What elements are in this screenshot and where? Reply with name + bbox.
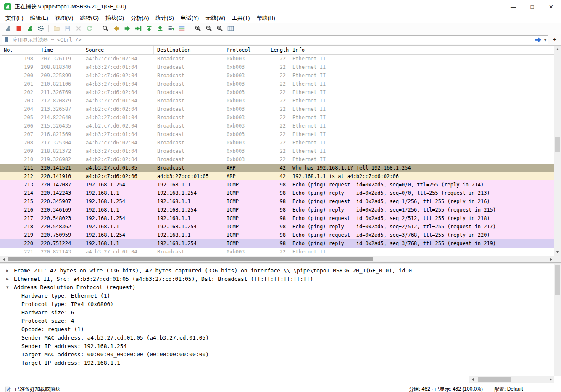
detail-line[interactable]: Hardware size: 6 [0, 308, 469, 317]
detail-line[interactable]: ▸ Ethernet II, Src: a4:b3:27:cd:01:05 (a… [0, 275, 469, 283]
hex-row[interactable]: 0000 ff ff ff ff ff ff a [469, 267, 561, 274]
packet-row[interactable]: 208 217.325304 a4:b2:c7:d6:02:04 Broadca… [0, 139, 555, 147]
packet-row[interactable]: 217 220.548023 192.168.1.254 192.168.1.1… [0, 214, 555, 222]
hex-row[interactable]: 0010 08 00 06 04 00 01 a [469, 274, 561, 282]
expand-arrow-icon[interactable]: ▸ [6, 267, 14, 275]
packet-row[interactable]: 205 214.822640 a4:b3:27:cd:01:04 Broadca… [0, 113, 555, 122]
filter-bookmark-icon[interactable] [4, 37, 10, 43]
menu-item[interactable]: 帮助(H) [253, 13, 279, 23]
close-button[interactable]: ✕ [542, 0, 561, 13]
forward-icon[interactable] [122, 24, 132, 34]
apply-filter-icon[interactable] [535, 37, 542, 43]
menu-item[interactable]: 跳转(G) [76, 13, 102, 23]
maximize-button[interactable]: □ [523, 0, 542, 13]
packet-row[interactable]: 221 220.821143 a4:b3:27:cd:01:04 Broadca… [0, 248, 555, 256]
packet-row[interactable]: 202 211.326769 a4:b2:c7:d6:02:04 Broadca… [0, 88, 555, 97]
packet-row[interactable]: 215 220.345907 192.168.1.254 192.168.1.1… [0, 197, 555, 206]
zoom-out-icon[interactable] [204, 24, 213, 34]
hex-vscroll-thumb[interactable] [555, 265, 560, 295]
packet-row[interactable]: 211 220.141521 a4:b3:27:cd:01:05 Broadca… [0, 164, 555, 172]
back-icon[interactable] [111, 24, 121, 34]
column-header[interactable]: Protocol [223, 46, 267, 54]
hex-vscrollbar[interactable] [554, 264, 561, 376]
start-capture-icon[interactable] [3, 24, 13, 34]
packet-row[interactable]: 199 208.818340 a4:b3:27:cd:01:04 Broadca… [0, 63, 555, 71]
column-header[interactable]: Source [82, 46, 154, 54]
menu-item[interactable]: 无线(W) [202, 13, 229, 23]
column-header[interactable]: Info [289, 46, 555, 54]
capture-options-icon[interactable] [36, 24, 45, 34]
packet-row[interactable]: 201 210.821106 a4:b3:27:cd:01:04 Broadca… [0, 80, 555, 88]
detail-line[interactable]: Hardware type: Ethernet (1) [0, 292, 469, 300]
filter-dropdown-caret-icon[interactable]: ▾ [544, 38, 546, 42]
vscroll-thumb[interactable] [555, 137, 560, 152]
detail-line[interactable]: Protocol size: 4 [0, 317, 469, 325]
packet-row[interactable]: 219 220.750959 192.168.1.254 192.168.1.1… [0, 231, 555, 239]
packet-list-hscrollbar[interactable] [0, 256, 555, 262]
status-profile[interactable]: 配置: Default [494, 386, 556, 392]
column-header[interactable]: Destination [154, 46, 223, 54]
packet-row[interactable]: 198 207.326119 a4:b2:c7:d6:02:04 Broadca… [0, 55, 555, 63]
packet-row[interactable]: 207 216.821569 a4:b3:27:cd:01:04 Broadca… [0, 130, 555, 139]
menu-item[interactable]: 电话(Y) [177, 13, 202, 23]
hex-scroll-left-arrow-icon[interactable] [469, 376, 476, 382]
hex-hscroll-thumb[interactable] [478, 377, 511, 382]
packet-row[interactable]: 218 220.548362 192.168.1.1 192.168.1.254… [0, 222, 555, 231]
expand-arrow-icon[interactable]: ▾ [6, 283, 14, 292]
expand-arrow-icon[interactable]: ▸ [6, 275, 14, 283]
open-file-icon[interactable] [52, 24, 61, 34]
autoscroll-icon[interactable] [166, 24, 176, 34]
detail-line[interactable]: Target IP address: 192.168.1.1 [0, 359, 469, 367]
display-filter-input[interactable] [12, 37, 532, 43]
scroll-left-arrow-icon[interactable] [0, 256, 7, 262]
menu-item[interactable]: 视图(V) [52, 13, 76, 23]
column-header[interactable]: Time [37, 46, 82, 54]
hex-scroll-right-arrow-icon[interactable] [548, 376, 554, 382]
menu-item[interactable]: 分析(A) [127, 13, 152, 23]
expert-info-icon[interactable] [5, 386, 11, 392]
menu-item[interactable]: 编辑(E) [27, 13, 52, 23]
detail-line[interactable]: Sender IP address: 192.168.1.254 [0, 342, 469, 350]
detail-line[interactable]: Target MAC address: 00:00:00_00:00:00 (0… [0, 350, 469, 359]
last-packet-icon[interactable] [155, 24, 165, 34]
packet-row[interactable]: 203 212.820879 a4:b3:27:cd:01:04 Broadca… [0, 97, 555, 105]
colorize-icon[interactable] [177, 24, 187, 34]
packet-row[interactable]: 204 213.326587 a4:b2:c7:d6:02:04 Broadca… [0, 105, 555, 113]
packet-row[interactable]: 206 215.326435 a4:b2:c7:d6:02:04 Broadca… [0, 122, 555, 130]
packet-row[interactable]: 216 220.346169 192.168.1.1 192.168.1.254… [0, 206, 555, 214]
hex-row[interactable]: 0020 00 00 00 00 00 00 c [469, 282, 561, 290]
scroll-down-arrow-icon[interactable] [554, 249, 561, 256]
minimize-button[interactable]: — [504, 0, 523, 13]
restart-capture-icon[interactable] [25, 24, 34, 34]
resize-columns-icon[interactable] [226, 24, 235, 34]
packet-row[interactable]: 212 220.141910 a4:b2:c7:d6:02:06 a4:b3:2… [0, 172, 555, 180]
packet-row[interactable]: 214 220.142243 192.168.1.1 192.168.1.254… [0, 189, 555, 197]
hscroll-thumb[interactable] [8, 257, 373, 261]
zoom-reset-icon[interactable] [215, 24, 224, 34]
packet-list-vscrollbar[interactable] [554, 46, 561, 256]
scroll-up-arrow-icon[interactable] [554, 46, 561, 52]
column-header[interactable]: Length [267, 46, 289, 54]
zoom-in-icon[interactable] [193, 24, 203, 34]
save-file-icon[interactable] [63, 24, 72, 34]
column-header[interactable]: No. [0, 46, 37, 54]
detail-line[interactable]: Protocol type: IPv4 (0x0800) [0, 300, 469, 308]
goto-packet-icon[interactable] [133, 24, 143, 34]
menu-item[interactable]: 文件(F) [2, 13, 27, 23]
packet-row[interactable]: 209 218.821372 a4:b3:27:cd:01:04 Broadca… [0, 147, 555, 155]
packet-row[interactable]: 210 219.326982 a4:b2:c7:d6:02:04 Broadca… [0, 155, 555, 164]
menu-item[interactable]: 工具(T) [229, 13, 253, 23]
close-file-icon[interactable] [74, 24, 83, 34]
detail-line[interactable]: Sender MAC address: a4:b3:27:cd:01:05 (a… [0, 334, 469, 342]
packet-row[interactable]: 213 220.142087 192.168.1.254 192.168.1.1… [0, 180, 555, 189]
first-packet-icon[interactable] [144, 24, 154, 34]
menu-item[interactable]: 统计(S) [152, 13, 177, 23]
detail-line[interactable]: ▾ Address Resolution Protocol (request) [0, 283, 469, 292]
stop-capture-icon[interactable] [14, 24, 24, 34]
packet-row[interactable]: 220 220.751224 192.168.1.1 192.168.1.254… [0, 239, 555, 248]
packet-row[interactable]: 200 209.325899 a4:b2:c7:d6:02:04 Broadca… [0, 71, 555, 80]
add-filter-button[interactable]: + [550, 36, 559, 44]
find-icon[interactable] [100, 24, 110, 34]
detail-line[interactable]: ▸ Frame 211: 42 bytes on wire (336 bits)… [0, 267, 469, 275]
hex-hscrollbar[interactable] [469, 376, 554, 383]
